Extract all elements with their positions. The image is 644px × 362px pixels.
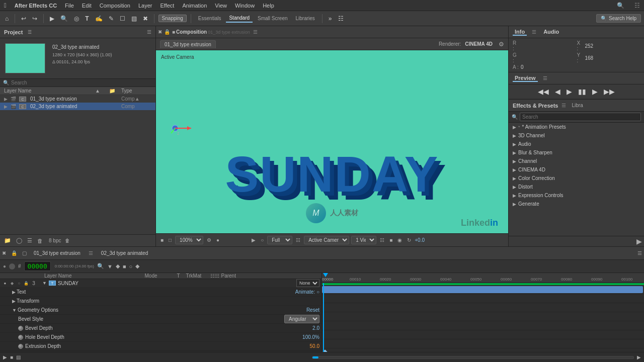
prev-frame-btn[interactable]: ◀ [553,86,562,97]
layer-row-sunday[interactable]: ● ◆ ○ 🔒 3 ▼ T SUNDAY None [0,279,321,288]
tl-enable-btn[interactable]: ● [3,263,6,269]
effect-color-correction[interactable]: ▶ Color Correction [509,174,644,183]
timecode-display[interactable]: 00000 [24,261,51,271]
geometry-expand-icon[interactable]: ▼ [12,308,17,313]
menu-edit[interactable]: Edit [82,3,92,9]
comp-camera-btn[interactable]: ▶ [250,237,257,243]
sunday-expand-arrow-icon[interactable]: ▼ [42,281,47,286]
trash-btn[interactable]: 🗑 [36,238,44,244]
snapping-btn[interactable]: Snapping [158,15,187,22]
snapshot-btn[interactable]: ■ [159,237,165,243]
tl-comp2-tab[interactable]: 02_3d type animated [98,249,151,257]
comp-viewer-btn[interactable]: ● [215,237,221,243]
comp-3d-btn[interactable]: ■ [388,237,394,243]
tl-footer-btn4[interactable]: ▶ [637,354,641,360]
eraser-btn[interactable]: ✖ [141,14,150,23]
effect-distort[interactable]: ▶ Distort [509,183,644,191]
text-expand-icon[interactable]: ▶ [12,290,16,295]
sunday-audio-btn[interactable]: ◆ [9,280,15,286]
timeline-tracks[interactable] [322,283,644,352]
tl-footer-btn2[interactable]: ■ [10,354,13,360]
timecode-input[interactable]: 00000 [223,237,248,243]
tab-audio[interactable]: Audio [541,29,561,36]
tab-info[interactable]: Info [513,29,527,36]
hole-bevel-depth-value[interactable]: 100.0% [302,334,319,340]
bevel-depth-value[interactable]: 2.0 [312,325,319,331]
renderer-settings-icon[interactable]: ⚙ [499,41,504,48]
geometry-reset-btn[interactable]: Reset [306,307,319,313]
last-frame-btn[interactable]: ▶▶ [602,86,617,97]
project-panel-menu-btn[interactable]: ☰ [147,29,151,35]
effect-audio[interactable]: ▶ Audio [509,140,644,148]
comp-layout-btn[interactable]: ☷ [378,237,386,243]
redo-btn[interactable]: ↪ [30,14,39,23]
tl-add-marker-btn[interactable]: ▼ [107,263,113,269]
effect-channel[interactable]: ▶ Channel [509,157,644,165]
fit-btn[interactable]: □ [167,237,173,243]
comp-settings-btn[interactable]: ⚙ [205,237,213,243]
view-count-select[interactable]: 1 View 2 Views 4 Views [351,236,376,244]
time-ruler[interactable]: 00000 00010 00020 00030 00040 00050 0006… [322,273,644,283]
menu-animation[interactable]: Animation [182,3,207,9]
zoom-select[interactable]: 100% 50% 200% [175,236,203,244]
sunday-lock-btn[interactable]: 🔒 [23,280,29,286]
workspace-libraries[interactable]: Libraries [293,15,318,22]
camera-btn[interactable]: ◎ [72,14,81,23]
apple-logo-icon[interactable]:  [4,2,7,9]
app-name[interactable]: After Effects CC [15,3,57,9]
zoom-btn[interactable]: 🔍 [58,14,70,23]
effects-tab2[interactable]: Libra [572,103,583,108]
effects-search-input[interactable] [520,113,641,121]
menu-view[interactable]: View [215,3,227,9]
tl-3d-btn[interactable]: ◆ [135,263,139,269]
panel-layout-btn[interactable]: ☷ [336,14,346,23]
expand-btn[interactable]: » [327,14,334,23]
paint-btn[interactable]: ✎ [107,14,116,23]
menu-help[interactable]: Help [263,3,274,9]
effect-cinema4d[interactable]: ▶ CINEMA 4D [509,165,644,174]
tl-add-property-btn[interactable]: ■ [123,263,126,269]
effect-animation-presets[interactable]: ▶ * * Animation Presets [509,123,644,131]
menu-window[interactable]: Window [235,3,255,9]
tl-close-btn[interactable]: ✖ [2,250,6,256]
menu-layer[interactable]: Layer [138,3,152,9]
stop-btn[interactable]: ▮▮ [576,86,588,97]
menu-effect[interactable]: Effect [160,3,174,9]
comp-color-btn[interactable]: ○ [259,237,265,243]
next-frame-btn[interactable]: ▶ [590,86,600,97]
new-folder-btn[interactable]: 📁 [3,237,12,244]
tl-menu-btn[interactable]: ☰ [637,250,642,256]
tl-search-btn[interactable]: 🔍 [97,263,104,269]
workspace-essentials[interactable]: Essentials [195,15,224,22]
tl-comp1-tab[interactable]: 01_3d type extrusion [31,249,84,257]
tl-scroll-bar[interactable] [312,356,634,359]
effect-blur-sharpen[interactable]: ▶ Blur & Sharpen [509,148,644,157]
grid-overlay-btn[interactable]: ☷ [294,237,302,243]
effect-generate[interactable]: ▶ Generate [509,200,644,208]
first-frame-btn[interactable]: ◀◀ [536,86,551,97]
text-animate-btn[interactable]: Animate: ○ [295,289,319,295]
effects-panel-toggle-btn[interactable]: ▶ [636,237,642,245]
workspace-standard[interactable]: Standard [226,14,253,23]
sunday-solo-btn[interactable]: ○ [16,280,22,286]
type-btn[interactable]: T [83,14,91,23]
close-tab-btn[interactable]: ✖ [158,29,162,35]
home-btn[interactable]: ⌂ [3,14,11,23]
play-btn[interactable]: ▶ [565,86,574,97]
menu-file[interactable]: File [65,3,74,9]
sunday-eye-btn[interactable]: ● [2,280,8,286]
new-comp-btn[interactable]: ◯ [15,237,23,244]
bevel-style-select[interactable]: Angular Concave Convex [284,315,319,323]
project-item-0[interactable]: ▶ 🎬 C 01_3d type extrusion Comp▲ [0,95,155,103]
comp-motion-btn[interactable]: ◉ [396,237,404,243]
project-search-input[interactable] [11,80,152,85]
tl-footer-btn3[interactable]: ▤ [16,354,21,360]
stamp-btn[interactable]: ☐ [118,14,127,23]
transform-expand-icon[interactable]: ▶ [12,299,16,304]
sunday-parent-select[interactable]: None [296,279,319,287]
tl-color-indicator[interactable] [9,263,15,269]
menu-composition[interactable]: Composition [100,3,130,9]
comp-refresh-btn[interactable]: ↻ [406,237,413,243]
extrusion-depth-value[interactable]: 50.0 [310,343,319,349]
pen-btn[interactable]: ✍ [93,14,105,23]
